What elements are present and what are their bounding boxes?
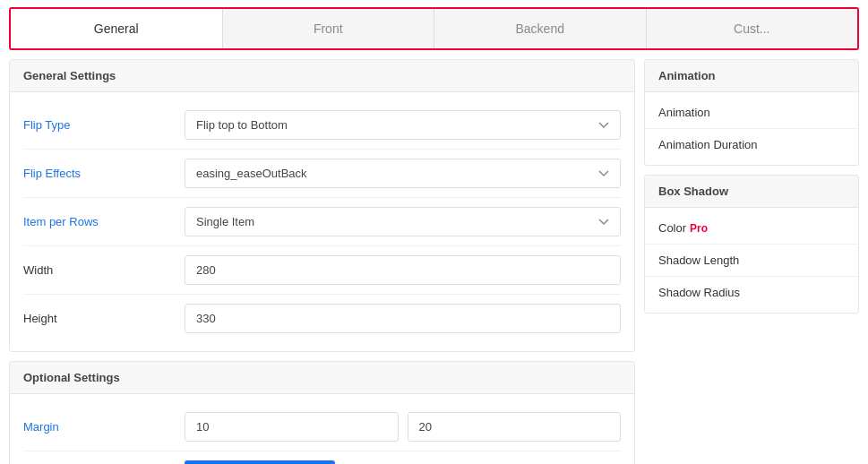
flip-effects-row: Flip Effects easing_easeOutBack easing_e… (23, 150, 621, 198)
optional-settings-section: Optional Settings Margin (9, 361, 635, 464)
box-shadow-section: Box Shadow Color Pro Shadow Length Shado… (644, 175, 859, 314)
main-layout: General Settings Flip Type Flip top to B… (0, 50, 868, 464)
animation-body: Animation Animation Duration (645, 92, 858, 165)
height-control (185, 304, 621, 333)
general-settings-section: General Settings Flip Type Flip top to B… (9, 59, 635, 352)
height-label: Height (23, 312, 185, 325)
width-input[interactable] (185, 255, 621, 285)
new-tabs-button[interactable]: New tabs (185, 460, 265, 464)
item-per-rows-select[interactable]: Single Item 2 Items 3 Items 4 Items (185, 207, 621, 236)
tab-general[interactable]: General (11, 9, 223, 48)
right-panel: Animation Animation Animation Duration B… (644, 59, 859, 464)
animation-duration-item[interactable]: Animation Duration (645, 129, 858, 160)
height-input[interactable] (185, 304, 621, 333)
margin-fields (185, 412, 621, 442)
width-label: Width (23, 263, 185, 277)
optional-settings-header: Optional Settings (10, 362, 634, 394)
optional-settings-body: Margin Link Open New (10, 394, 634, 464)
color-item[interactable]: Color Pro (645, 212, 858, 245)
margin-label: Margin (23, 420, 185, 434)
flip-effects-control: easing_easeOutBack easing_easeInBack lin… (185, 159, 621, 188)
width-control (185, 255, 621, 285)
flip-effects-select[interactable]: easing_easeOutBack easing_easeInBack lin… (185, 159, 621, 188)
height-row: Height (23, 295, 621, 342)
tabs-bar: General Front Backend Cust... (9, 7, 859, 50)
app-container: General Front Backend Cust... General Se… (0, 0, 868, 464)
margin-control (185, 412, 621, 442)
width-row: Width (23, 246, 621, 295)
flip-type-row: Flip Type Flip top to Bottom Flip left t… (23, 101, 621, 150)
left-panel: General Settings Flip Type Flip top to B… (9, 59, 635, 464)
link-open-row: Link Open New tabs Normal (23, 451, 621, 464)
item-per-rows-label: Item per Rows (23, 215, 185, 228)
flip-type-select[interactable]: Flip top to Bottom Flip left to Right Fl… (185, 110, 621, 140)
normal-button[interactable]: Normal (265, 460, 335, 464)
general-settings-body: Flip Type Flip top to Bottom Flip left t… (10, 92, 634, 351)
tab-front[interactable]: Front (223, 9, 435, 48)
margin-input-2[interactable] (408, 412, 622, 442)
flip-type-label: Flip Type (23, 118, 185, 132)
item-per-rows-control: Single Item 2 Items 3 Items 4 Items (185, 207, 621, 236)
tab-backend[interactable]: Backend (434, 9, 647, 48)
link-open-control: New tabs Normal (185, 460, 621, 464)
shadow-length-item[interactable]: Shadow Length (645, 245, 858, 277)
flip-type-control: Flip top to Bottom Flip left to Right Fl… (185, 110, 621, 140)
item-per-rows-row: Item per Rows Single Item 2 Items 3 Item… (23, 198, 621, 246)
tab-custom[interactable]: Cust... (647, 9, 858, 48)
general-settings-header: General Settings (10, 60, 634, 92)
animation-header: Animation (645, 60, 858, 92)
shadow-radius-item[interactable]: Shadow Radius (645, 277, 858, 308)
margin-input-1[interactable] (185, 412, 399, 442)
link-open-button-group: New tabs Normal (185, 460, 621, 464)
box-shadow-header: Box Shadow (645, 176, 858, 208)
flip-effects-label: Flip Effects (23, 167, 185, 180)
animation-item[interactable]: Animation (645, 97, 858, 129)
margin-row: Margin (23, 403, 621, 451)
animation-section: Animation Animation Animation Duration (644, 59, 859, 166)
box-shadow-body: Color Pro Shadow Length Shadow Radius (645, 208, 858, 313)
